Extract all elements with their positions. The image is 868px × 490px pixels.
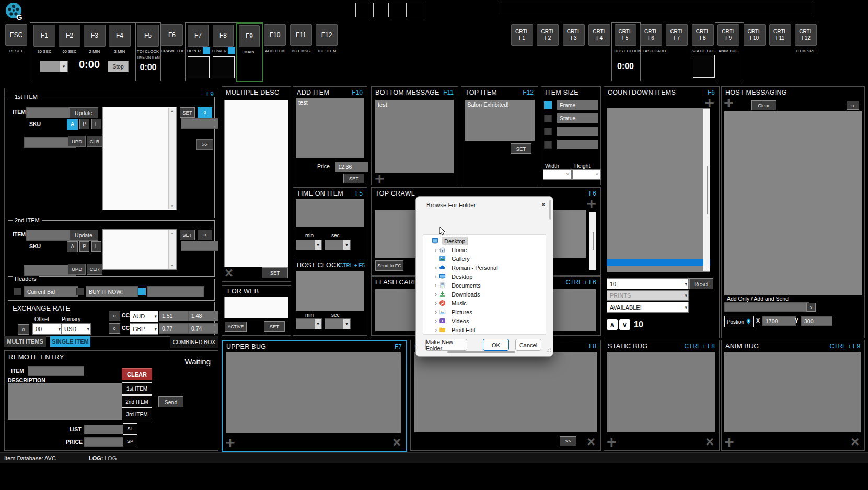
- host-message-item[interactable]: [724, 201, 862, 208]
- item2-upd-button[interactable]: UPD: [68, 264, 86, 275]
- item1-more-button[interactable]: >>: [196, 139, 213, 150]
- topbar-button[interactable]: [409, 3, 424, 17]
- host-message-item[interactable]: [724, 195, 862, 201]
- key-f9[interactable]: F9MAIN: [239, 25, 260, 54]
- tab-single-item[interactable]: SINGLE ITEM: [50, 336, 90, 347]
- remote-sp-button[interactable]: SP: [123, 436, 137, 447]
- countdown-item[interactable]: [607, 240, 710, 246]
- item-size-field[interactable]: [557, 127, 598, 136]
- countdown-down-button[interactable]: ∨: [619, 319, 630, 330]
- countdown-item[interactable]: [607, 220, 710, 226]
- host-messaging-add-icon[interactable]: +: [724, 95, 734, 110]
- top-item-set-button[interactable]: SET: [511, 143, 531, 154]
- tree-item[interactable]: › Documents: [423, 281, 546, 290]
- host-message-item[interactable]: [724, 127, 862, 134]
- ctrl-key[interactable]: CRTLF7: [666, 24, 688, 53]
- timer-preset-select[interactable]: [40, 61, 68, 72]
- countdown-item[interactable]: [607, 226, 710, 233]
- countdown-reset-button[interactable]: Reset: [689, 278, 713, 289]
- tree-item[interactable]: › Pictures: [423, 307, 546, 316]
- host-message-x-button[interactable]: x: [806, 303, 816, 312]
- toi-sec-select[interactable]: [325, 240, 351, 250]
- tree-item[interactable]: › Music: [423, 299, 546, 307]
- top-crawl-add-icon[interactable]: +: [586, 196, 596, 211]
- cc2-rate-b[interactable]: 0.74: [188, 323, 218, 334]
- key-f5[interactable]: F5TOI CLOCK: [137, 25, 159, 54]
- item-size-field[interactable]: Frame: [557, 100, 598, 110]
- item1-update-button[interactable]: Update: [69, 107, 98, 118]
- remote-send-button[interactable]: Send: [158, 396, 183, 407]
- key-f2[interactable]: F260 SEC: [59, 25, 80, 54]
- header2-field[interactable]: BUY IT NOW!: [86, 286, 138, 297]
- item-size-field[interactable]: Statue: [557, 113, 598, 123]
- tab-combined-box[interactable]: COMBINED BOX: [170, 336, 218, 348]
- item1-clr-button[interactable]: CLR: [87, 136, 102, 147]
- item1-sku-l-button[interactable]: L: [91, 119, 101, 129]
- anim-bug-clear-icon[interactable]: ×: [851, 435, 859, 449]
- item1-o-button[interactable]: o: [198, 107, 212, 118]
- countdown-item[interactable]: [607, 187, 710, 193]
- ctrl-key[interactable]: CRTLF6 FLASH CARD: [640, 24, 662, 53]
- tree-vertical-scrollbar[interactable]: [549, 200, 551, 220]
- host-clock-item[interactable]: [296, 281, 364, 289]
- lower-bug-box[interactable]: [414, 352, 597, 432]
- countdown-item[interactable]: [607, 121, 710, 128]
- key-f3[interactable]: F32 MIN: [84, 25, 106, 54]
- host-message-item[interactable]: [724, 161, 862, 167]
- topbar-button[interactable]: [391, 3, 407, 17]
- expand-arrow-icon[interactable]: ›: [433, 299, 439, 307]
- header2-checkbox[interactable]: [76, 288, 84, 295]
- remote-2nd-item-button[interactable]: 2nd ITEM: [122, 395, 152, 408]
- expand-arrow-icon[interactable]: ›: [433, 290, 439, 298]
- item-size-field[interactable]: [557, 140, 598, 149]
- lower-bug-preview[interactable]: [213, 56, 235, 78]
- ctrl-key[interactable]: CRTLF10: [744, 24, 766, 53]
- static-bug-preview[interactable]: [693, 55, 715, 78]
- countdown-item[interactable]: [607, 266, 710, 272]
- countdown-item[interactable]: [607, 128, 710, 134]
- dialog-close-icon[interactable]: ×: [541, 200, 546, 209]
- host-messaging-list[interactable]: [724, 111, 862, 295]
- host-clock-item[interactable]: [296, 288, 364, 296]
- host-message-item[interactable]: [724, 188, 862, 195]
- item2-sku-a-button[interactable]: A: [67, 241, 78, 252]
- ok-button[interactable]: OK: [483, 339, 509, 351]
- tree-item[interactable]: › Roman - Personal: [423, 263, 546, 272]
- expand-arrow-icon[interactable]: ›: [433, 317, 439, 325]
- item1-description-list[interactable]: ▲▼: [102, 107, 177, 210]
- remote-sl-button[interactable]: SL: [123, 423, 137, 435]
- header3-checkbox[interactable]: [138, 288, 146, 295]
- item1-set-button[interactable]: SET: [180, 107, 195, 118]
- countdown-item[interactable]: [607, 259, 710, 266]
- key-f4[interactable]: F43 MIN: [109, 25, 131, 54]
- cc1-o-button[interactable]: o: [109, 311, 120, 321]
- host-message-item[interactable]: [724, 147, 862, 154]
- tab-multi-items[interactable]: MULTI ITEMS: [4, 336, 46, 347]
- host-message-item[interactable]: [724, 120, 862, 127]
- countdown-item[interactable]: [607, 213, 710, 220]
- host-message-item[interactable]: [724, 134, 862, 141]
- ctrl-key[interactable]: CRTLF1: [511, 24, 533, 53]
- offset-select[interactable]: 00: [32, 323, 62, 335]
- ctrl-key[interactable]: CRTLF5 HOST CLOCK: [615, 24, 636, 53]
- countdown-item[interactable]: [607, 233, 710, 240]
- countdown-item[interactable]: [607, 207, 710, 213]
- expand-arrow-icon[interactable]: ›: [433, 272, 439, 280]
- key-f8[interactable]: F8: [213, 25, 234, 47]
- cc1-rate-b[interactable]: 1.48: [188, 311, 218, 321]
- ctrl-key[interactable]: CRTLF3: [563, 24, 585, 53]
- item2-sku-p-button[interactable]: P: [79, 241, 89, 252]
- topbar-button[interactable]: [355, 3, 371, 17]
- header1-field[interactable]: Current Bid: [24, 286, 78, 297]
- key-f12[interactable]: F12TOP ITEM: [316, 24, 338, 53]
- ctrl-key[interactable]: CRTLF11: [769, 24, 791, 53]
- stop-button[interactable]: Stop: [108, 61, 129, 72]
- item1-side-input[interactable]: [181, 118, 218, 129]
- tree-item[interactable]: › Videos: [423, 316, 546, 325]
- item-size-checkbox[interactable]: [544, 115, 552, 122]
- host-clock-item[interactable]: [296, 296, 364, 304]
- cc2-o-button[interactable]: o: [109, 323, 120, 334]
- item2-number-input[interactable]: [26, 230, 72, 241]
- countdown-category-select[interactable]: PRINTS: [607, 290, 689, 301]
- upper-bug-box[interactable]: [226, 352, 401, 433]
